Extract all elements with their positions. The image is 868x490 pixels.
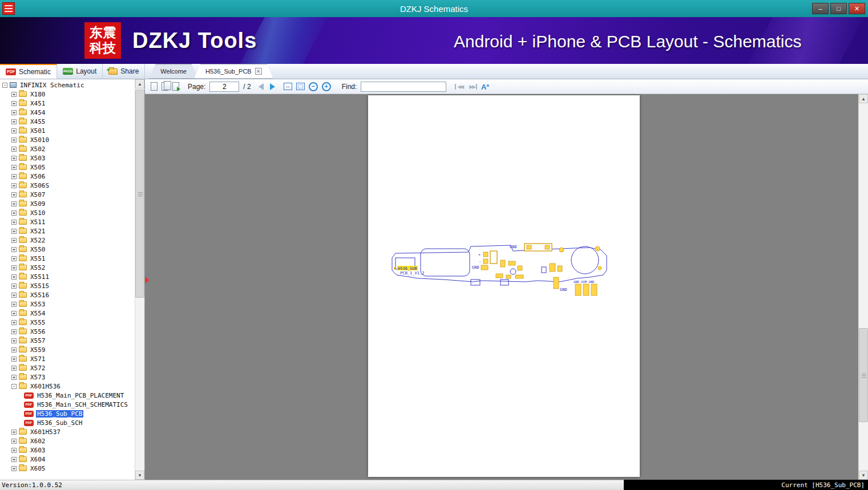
expand-icon[interactable]: + (11, 92, 17, 97)
tree-item-x5516[interactable]: +X5516 (0, 290, 135, 299)
viewer-scrollbar[interactable]: ▲ ▼ (858, 94, 868, 480)
next-page-icon[interactable] (270, 83, 275, 90)
tree-item-x604[interactable]: +X604 (0, 455, 135, 464)
tree-item-root[interactable]: -INFINIX Schematic (0, 80, 135, 90)
tree-item-x5010[interactable]: +X5010 (0, 135, 135, 144)
expand-icon[interactable]: + (11, 302, 17, 307)
tree-item-x507[interactable]: +X507 (0, 190, 135, 199)
expand-icon[interactable]: + (11, 156, 17, 161)
minimize-button[interactable]: – (812, 3, 829, 14)
tree-item-x505[interactable]: +X505 (0, 163, 135, 172)
expand-icon[interactable]: + (11, 347, 17, 353)
tree-item-h536_sub_sch[interactable]: PDFH536_Sub_SCH (0, 418, 135, 427)
match-case-icon[interactable]: Aa (481, 82, 489, 91)
expand-icon[interactable]: + (11, 430, 17, 435)
tree-item-h536_main_sch_schematics[interactable]: PDFH536_Main_SCH_SCHEMATICS (0, 400, 135, 409)
tree-item-x559[interactable]: +X559 (0, 345, 135, 354)
expand-icon[interactable]: + (11, 174, 17, 179)
expand-icon[interactable]: + (11, 229, 17, 234)
pdf-viewer[interactable]: H536_SUB _PCB_1_V1.2 GND GND GND GND GSM… (145, 94, 868, 480)
tree-item-x522[interactable]: +X522 (0, 236, 135, 245)
page-number-input[interactable] (209, 82, 239, 92)
tree-item-x509[interactable]: +X509 (0, 199, 135, 208)
tree-item-x605[interactable]: +X605 (0, 464, 135, 473)
tree-item-x571[interactable]: +X571 (0, 354, 135, 363)
expand-icon[interactable]: + (11, 320, 17, 325)
close-button[interactable]: ✕ (849, 3, 865, 14)
expand-icon[interactable]: + (11, 284, 17, 289)
collapse-icon[interactable]: - (2, 83, 7, 88)
expand-icon[interactable]: + (11, 238, 17, 243)
tree-item-x502[interactable]: +X502 (0, 144, 135, 153)
expand-icon[interactable]: + (11, 265, 17, 270)
fit-page-icon[interactable] (296, 83, 305, 90)
expand-icon[interactable]: + (11, 448, 17, 453)
snapshot-icon[interactable] (151, 82, 158, 91)
tree-scrollbar-thumb[interactable] (135, 90, 144, 298)
export-page-icon[interactable] (172, 82, 179, 91)
tree-item-x601h537[interactable]: +X601H537 (0, 427, 135, 436)
zoom-in-icon[interactable]: + (322, 82, 331, 91)
tree-item-x603[interactable]: +X603 (0, 446, 135, 455)
expand-icon[interactable]: + (11, 357, 17, 362)
tree-item-x602[interactable]: +X602 (0, 436, 135, 446)
doc-tab-welcome[interactable]: Welcome (149, 64, 198, 79)
tree-item-x552[interactable]: +X552 (0, 263, 135, 272)
tree-item-x454[interactable]: +X454 (0, 108, 135, 117)
tree-item-x555[interactable]: +X555 (0, 318, 135, 327)
collapse-icon[interactable]: - (11, 384, 17, 389)
tree-item-x180[interactable]: +X180 (0, 90, 135, 99)
scroll-down-icon[interactable]: ▼ (135, 471, 144, 480)
close-tab-icon[interactable]: × (255, 68, 262, 75)
expand-icon[interactable]: + (11, 119, 17, 124)
viewer-scrollbar-thumb[interactable] (859, 328, 868, 422)
tree-item-x503[interactable]: +X503 (0, 153, 135, 163)
expand-icon[interactable]: + (11, 366, 17, 371)
expand-icon[interactable]: + (11, 101, 17, 106)
expand-icon[interactable]: + (11, 329, 17, 334)
expand-icon[interactable]: + (11, 338, 17, 343)
copy-pages-icon[interactable] (162, 82, 168, 91)
tree-item-x511[interactable]: +X511 (0, 217, 135, 226)
expand-icon[interactable]: + (11, 201, 17, 206)
expand-icon[interactable]: + (11, 311, 17, 316)
scroll-up-icon[interactable]: ▲ (859, 94, 868, 103)
expand-icon[interactable]: + (11, 210, 17, 216)
zoom-out-icon[interactable]: − (309, 82, 318, 91)
tree-item-x510[interactable]: +X510 (0, 208, 135, 217)
expand-icon[interactable]: + (11, 165, 17, 170)
expand-icon[interactable]: + (11, 183, 17, 188)
panel-collapse-arrow[interactable] (145, 277, 150, 284)
previous-page-icon[interactable] (259, 83, 264, 90)
expand-icon[interactable]: + (11, 375, 17, 380)
tree-item-x551[interactable]: +X551 (0, 254, 135, 263)
tree-item-x521[interactable]: +X521 (0, 226, 135, 236)
scroll-up-icon[interactable]: ▲ (135, 79, 144, 88)
scroll-down-icon[interactable]: ▼ (859, 471, 868, 480)
expand-icon[interactable]: + (11, 457, 17, 462)
expand-icon[interactable]: + (11, 466, 17, 471)
expand-icon[interactable]: + (11, 439, 17, 444)
find-input[interactable] (361, 82, 446, 92)
maximize-button[interactable]: □ (830, 3, 847, 14)
fit-width-icon[interactable] (284, 83, 292, 90)
find-next-icon[interactable]: ▶▶ (468, 84, 477, 90)
expand-icon[interactable]: + (11, 147, 17, 152)
tree-item-x455[interactable]: +X455 (0, 117, 135, 126)
tree-item-x601h536[interactable]: -X601H536 (0, 382, 135, 391)
tree-item-x572[interactable]: +X572 (0, 363, 135, 372)
expand-icon[interactable]: + (11, 137, 17, 143)
tree-item-x506[interactable]: +X506 (0, 172, 135, 181)
tree-scrollbar[interactable]: ▲ ▼ (135, 79, 144, 480)
expand-icon[interactable]: + (11, 128, 17, 133)
tree-item-x5511[interactable]: +X5511 (0, 272, 135, 281)
tree-item-x451[interactable]: +X451 (0, 99, 135, 108)
tree-item-x554[interactable]: +X554 (0, 309, 135, 318)
find-previous-icon[interactable]: ◀◀ (455, 84, 464, 90)
expand-icon[interactable]: + (11, 274, 17, 280)
doc-tab-h536_sub_pcb[interactable]: H536_Sub_PCB× (194, 64, 273, 79)
tree-item-x557[interactable]: +X557 (0, 336, 135, 345)
expand-icon[interactable]: + (11, 293, 17, 298)
tree-item-x501[interactable]: +X501 (0, 126, 135, 135)
expand-icon[interactable]: + (11, 220, 17, 225)
